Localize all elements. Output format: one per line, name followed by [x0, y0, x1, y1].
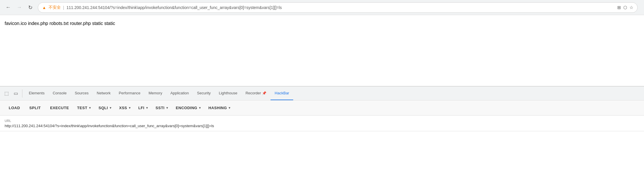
forward-button[interactable]: →: [15, 3, 24, 12]
recorder-pin-icon: 📌: [262, 91, 266, 95]
address-url: 111.200.241.244:54104/?s=index/think\app…: [67, 5, 615, 10]
test-button[interactable]: TEST ▼: [74, 104, 95, 112]
lfi-dropdown-arrow: ▼: [145, 106, 148, 109]
tab-memory[interactable]: Memory: [145, 87, 166, 100]
devtools-icon-group: ⬚ ▭: [2, 89, 22, 98]
cursor-icon[interactable]: ⬚: [2, 89, 10, 98]
device-icon[interactable]: ▭: [12, 89, 20, 98]
xss-button[interactable]: XSS ▼: [116, 104, 134, 112]
page-content: favicon.ico index.php robots.txt router.…: [0, 15, 644, 86]
encoding-button[interactable]: ENCODING ▼: [173, 104, 204, 112]
hashing-dropdown-arrow: ▼: [228, 106, 231, 109]
nav-buttons: ← → ↻: [3, 3, 35, 12]
xss-dropdown-arrow: ▼: [128, 106, 131, 109]
tab-hackbar[interactable]: HackBar: [271, 87, 293, 100]
test-dropdown-arrow: ▼: [88, 106, 91, 109]
devtools-tabs: Elements Console Sources Network Perform…: [25, 87, 293, 100]
tab-network[interactable]: Network: [93, 87, 115, 100]
tab-performance[interactable]: Performance: [115, 87, 144, 100]
back-button[interactable]: ←: [3, 3, 13, 12]
encoding-dropdown-arrow: ▼: [198, 106, 201, 109]
page-text: favicon.ico index.php robots.txt router.…: [5, 21, 115, 26]
tab-lighthouse[interactable]: Lighthouse: [215, 87, 241, 100]
lfi-button[interactable]: LFI ▼: [135, 104, 151, 112]
url-label: URL: [5, 119, 639, 123]
sqli-dropdown-arrow: ▼: [109, 106, 112, 109]
devtools-panel: ⬚ ▭ Elements Console Sources Network Per…: [0, 86, 644, 131]
tab-application[interactable]: Application: [166, 87, 193, 100]
load-button[interactable]: LOAD: [5, 104, 24, 112]
ssti-button[interactable]: SSTI ▼: [153, 104, 172, 112]
hashing-button[interactable]: HASHING ▼: [206, 104, 234, 112]
tab-recorder[interactable]: Recorder 📌: [241, 87, 271, 100]
translate-icon[interactable]: ⊞: [617, 5, 621, 10]
refresh-button[interactable]: ↻: [26, 3, 35, 12]
hackbar-toolbar: LOAD SPLIT EXECUTE TEST ▼ SQLI ▼ XSS ▼ L…: [0, 100, 644, 116]
ssti-dropdown-arrow: ▼: [166, 106, 169, 109]
share-icon[interactable]: ⬡: [623, 5, 627, 10]
url-section: URL http://111.200.241.244:54104/?s=inde…: [0, 116, 644, 131]
warning-label: 不安全: [49, 5, 61, 10]
url-value[interactable]: http://111.200.241.244:54104/?s=index/th…: [5, 124, 639, 128]
tab-elements[interactable]: Elements: [25, 87, 49, 100]
url-separator: |: [63, 5, 64, 10]
split-button[interactable]: SPLIT: [25, 104, 45, 112]
security-warning-icon: ▲: [42, 5, 46, 10]
bookmark-icon[interactable]: ☆: [629, 5, 633, 10]
tab-console[interactable]: Console: [49, 87, 71, 100]
devtools-tabbar: ⬚ ▭ Elements Console Sources Network Per…: [0, 87, 644, 100]
address-bar[interactable]: ▲ 不安全 | 111.200.241.244:54104/?s=index/t…: [38, 2, 638, 13]
execute-button[interactable]: EXECUTE: [46, 104, 73, 112]
sqli-button[interactable]: SQLI ▼: [96, 104, 115, 112]
tab-security[interactable]: Security: [193, 87, 215, 100]
browser-toolbar: ← → ↻ ▲ 不安全 | 111.200.241.244:54104/?s=i…: [0, 0, 644, 15]
tab-sources[interactable]: Sources: [71, 87, 93, 100]
